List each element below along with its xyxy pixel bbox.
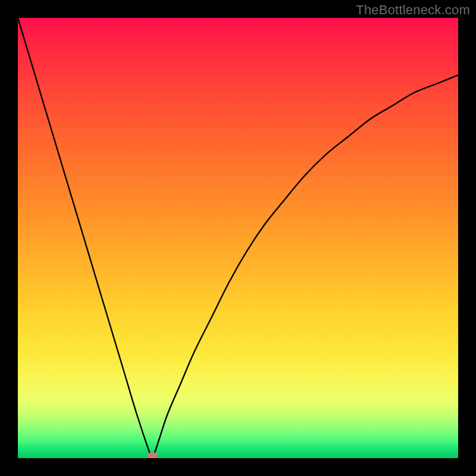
chart-frame: TheBottleneck.com (0, 0, 476, 476)
bottleneck-curve (18, 18, 458, 458)
minimum-marker (147, 452, 158, 458)
plot-area (18, 18, 458, 458)
watermark-text: TheBottleneck.com (356, 2, 470, 18)
